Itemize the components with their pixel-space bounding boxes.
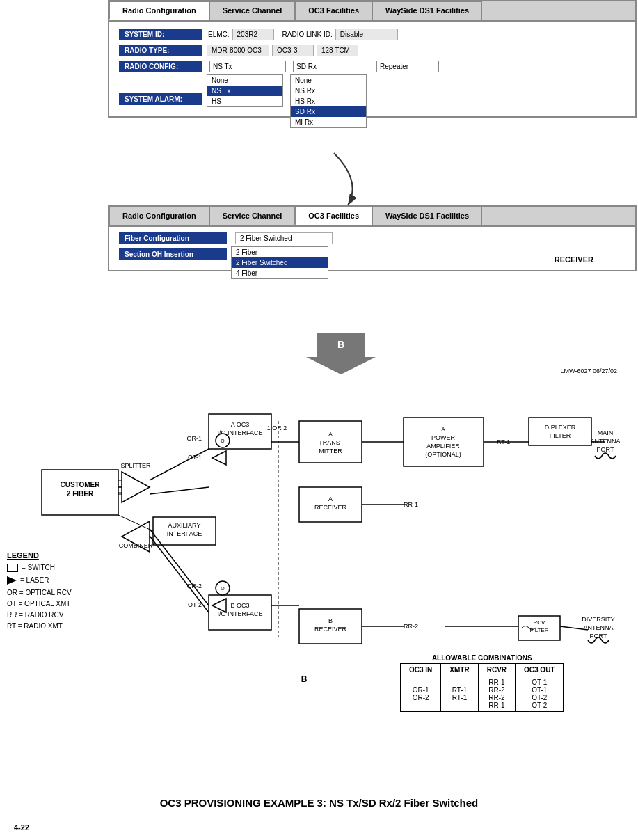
svg-marker-26: [212, 451, 226, 465]
svg-text:OT-2: OT-2: [188, 601, 202, 608]
dropdown1-container: NS Tx None NS Tx HS: [207, 61, 286, 72]
svg-text:O: O: [221, 586, 225, 591]
svg-line-75: [150, 487, 209, 494]
tab-oc3-facilities-2[interactable]: OC3 Facilities: [295, 207, 372, 225]
svg-text:SPLITTER: SPLITTER: [120, 462, 151, 469]
col-oc3out: OC3 OUT: [516, 664, 564, 676]
svg-text:AMPLIFIER: AMPLIFIER: [426, 443, 460, 450]
option-none-1[interactable]: None: [207, 75, 282, 86]
tab-radio-config-2[interactable]: Radio Configuration: [109, 207, 209, 225]
svg-text:B: B: [328, 617, 333, 624]
dropdown1[interactable]: NS Tx: [209, 61, 286, 72]
top-ui-panel: Radio Configuration Service Channel OC3 …: [108, 0, 637, 118]
svg-text:A: A: [328, 431, 333, 438]
legend-box: LEGEND = SWITCH = LASER OR = OPTICAL RCV…: [7, 550, 72, 632]
cell-oc3in: OR-1OR-2: [401, 676, 441, 712]
legend-switch-text: = SWITCH: [22, 562, 55, 573]
dropdown3[interactable]: Repeater: [376, 61, 439, 72]
section-oh-label: Section OH Insertion: [119, 248, 227, 260]
svg-text:2 FIBER: 2 FIBER: [67, 490, 94, 498]
cell-xmtr: RT-1RT-1: [441, 676, 478, 712]
switch-symbol: [7, 564, 18, 572]
tab-bar-1: Radio Configuration Service Channel OC3 …: [109, 1, 635, 22]
option-sdrx[interactable]: SD Rx: [291, 106, 366, 117]
laser-symbol: [7, 576, 17, 585]
legend-switch: = SWITCH: [7, 562, 72, 573]
legend-rt: RT = RADIO XMT: [7, 621, 72, 632]
opt-4fiber[interactable]: 4 Fiber: [232, 268, 328, 278]
svg-text:A OC3: A OC3: [231, 421, 250, 428]
table-caption: ALLOWABLE COMBINATIONS: [400, 654, 564, 662]
option-none-2[interactable]: None: [291, 75, 366, 86]
tab-wayside-ds1-1[interactable]: WaySide DS1 Facilities: [372, 1, 482, 20]
fiber-config-value[interactable]: 2 Fiber Switched: [235, 232, 333, 244]
opt-2fiber[interactable]: 2 Fiber: [232, 247, 328, 257]
option-nsrx[interactable]: NS Rx: [291, 86, 366, 96]
option-hsrx[interactable]: HS Rx: [291, 96, 366, 106]
svg-text:1 OR 2: 1 OR 2: [267, 425, 287, 431]
radio-link-id-value[interactable]: Disable: [335, 29, 398, 40]
panel2-body: Fiber Configuration 2 Fiber Switched 2 F…: [109, 227, 635, 270]
tab-service-channel-2[interactable]: Service Channel: [209, 207, 296, 225]
svg-text:POWER: POWER: [431, 434, 456, 441]
tab-wayside-ds1-2[interactable]: WaySide DS1 Facilities: [372, 207, 482, 225]
option-nstx[interactable]: NS Tx: [207, 86, 282, 96]
tab-radio-config-1[interactable]: Radio Configuration: [109, 1, 209, 20]
section-oh-row: Section OH Insertion: [119, 248, 625, 260]
col-rcvr: RCVR: [478, 664, 515, 676]
legend-laser-text: = LASER: [20, 575, 49, 586]
page-number: 4-22: [14, 823, 29, 832]
legend-title: LEGEND: [7, 550, 72, 562]
svg-text:FILTER: FILTER: [530, 627, 549, 633]
svg-text:A: A: [328, 496, 333, 502]
svg-text:MITTER: MITTER: [319, 447, 342, 454]
radio-type-v3: 128 TCM: [317, 45, 358, 56]
cell-rcvr: RR-1RR-2RR-2RR-1: [478, 676, 515, 712]
col-oc3in: OC3 IN: [401, 664, 441, 676]
radio-type-v2: OC3-3: [272, 45, 314, 56]
svg-text:RCV: RCV: [534, 619, 546, 626]
svg-text:B OC3: B OC3: [230, 602, 249, 609]
svg-rect-38: [404, 418, 484, 466]
svg-rect-44: [529, 418, 591, 445]
svg-text:FILTER: FILTER: [550, 432, 571, 439]
svg-text:DIVERSITY: DIVERSITY: [582, 616, 615, 623]
svg-text:INTERFACE: INTERFACE: [167, 530, 202, 537]
bottom-title: OC3 PROVISIONING EXAMPLE 3: NS Tx/SD Rx/…: [0, 797, 638, 809]
svg-text:PORT: PORT: [597, 446, 614, 453]
svg-text:TRANS-: TRANS-: [319, 439, 342, 446]
elmc-value[interactable]: 203R2: [232, 29, 274, 40]
dropdown2-container: SD Rx None NS Rx HS Rx SD Rx MI Rx: [290, 61, 369, 72]
option-mirx[interactable]: MI Rx: [291, 117, 366, 127]
svg-line-74: [150, 449, 209, 480]
svg-text:AUXILIARY: AUXILIARY: [168, 522, 201, 529]
col-xmtr: XMTR: [441, 664, 478, 676]
legend-laser: = LASER: [7, 575, 72, 586]
fiber-config-dropdown-container: 2 Fiber Switched 2 Fiber 2 Fiber Switche…: [231, 232, 333, 244]
dropdown2-list: None NS Rx HS Rx SD Rx MI Rx: [290, 74, 367, 128]
svg-marker-7: [122, 472, 150, 502]
svg-text:COMBINER: COMBINER: [119, 542, 153, 549]
svg-text:ANTENNA: ANTENNA: [590, 438, 620, 445]
system-id-row: SYSTEM ID: ELMC: 203R2 RADIO LINK ID: Di…: [119, 29, 625, 40]
dropdown1-list: None NS Tx HS: [207, 74, 283, 107]
fiber-options-list: 2 Fiber 2 Fiber Switched 4 Fiber: [231, 246, 328, 279]
tab-service-channel-1[interactable]: Service Channel: [209, 1, 296, 20]
big-down-arrow: B: [306, 333, 376, 374]
fiber-config-label: Fiber Configuration: [119, 232, 227, 244]
radio-link-id-label: RADIO LINK ID:: [282, 31, 333, 38]
svg-text:PORT: PORT: [590, 633, 607, 640]
svg-text:MAIN: MAIN: [598, 429, 614, 436]
dropdown2[interactable]: SD Rx: [293, 61, 369, 72]
legend-rr: RR = RADIO RCV: [7, 610, 72, 621]
svg-text:RECEIVER: RECEIVER: [314, 504, 347, 511]
dropdown3-container: Repeater: [374, 61, 439, 72]
svg-text:(OPTIONAL): (OPTIONAL): [425, 451, 461, 458]
legend-ot: OT = OPTICAL XMT: [7, 599, 72, 610]
tab-oc3-facilities-1[interactable]: OC3 Facilities: [295, 1, 372, 20]
svg-text:RR-2: RR-2: [404, 623, 418, 630]
opt-2fiber-switched[interactable]: 2 Fiber Switched: [232, 257, 328, 268]
option-hs1[interactable]: HS: [207, 96, 282, 106]
fiber-config-row: Fiber Configuration 2 Fiber Switched 2 F…: [119, 232, 625, 244]
radio-config-row: RADIO CONFIG: NS Tx None NS Tx HS SD Rx …: [119, 61, 625, 72]
